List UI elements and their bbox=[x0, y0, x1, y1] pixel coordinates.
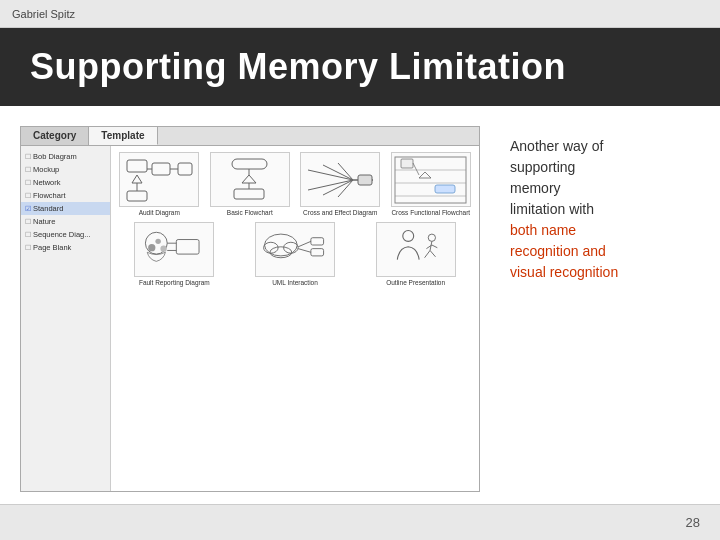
desc-line5: both name bbox=[510, 222, 576, 238]
category-item-bobdiagram[interactable]: Bob Diagram bbox=[21, 150, 110, 163]
svg-marker-26 bbox=[419, 172, 431, 178]
panel-header: Category Template bbox=[21, 127, 479, 146]
template-thumb-cross-functional bbox=[391, 152, 471, 207]
svg-rect-7 bbox=[127, 191, 147, 201]
svg-line-47 bbox=[425, 250, 430, 257]
category-item-pageblank[interactable]: Page Blank bbox=[21, 241, 110, 254]
svg-line-14 bbox=[308, 170, 353, 180]
template-label-cross-effect: Cross and Effect Diagram bbox=[303, 209, 377, 216]
svg-rect-20 bbox=[358, 175, 372, 185]
svg-rect-42 bbox=[311, 237, 324, 244]
svg-line-48 bbox=[430, 250, 435, 256]
content-area: Category Template Bob Diagram Mockup Net… bbox=[0, 106, 720, 502]
title-banner: Supporting Memory Limitation bbox=[0, 28, 720, 106]
author-name: Gabriel Spitz bbox=[12, 8, 75, 20]
svg-point-32 bbox=[160, 245, 166, 251]
desc-line3: memory bbox=[510, 180, 561, 196]
category-item-sequencediagram[interactable]: Sequence Diag... bbox=[21, 228, 110, 241]
template-thumb-cross-effect bbox=[300, 152, 380, 207]
category-item-network[interactable]: Network bbox=[21, 176, 110, 189]
svg-point-31 bbox=[148, 244, 155, 251]
bottom-bar: 28 bbox=[0, 504, 720, 540]
tab-category[interactable]: Category bbox=[21, 127, 89, 145]
templates-area: Audit Diagram Basic Flow bbox=[111, 146, 479, 491]
category-item-nature[interactable]: Nature bbox=[21, 215, 110, 228]
svg-line-27 bbox=[413, 163, 419, 175]
svg-rect-2 bbox=[152, 163, 170, 175]
tab-template[interactable]: Template bbox=[89, 127, 157, 145]
top-bar: Gabriel Spitz bbox=[0, 0, 720, 28]
template-row1: Audit Diagram Basic Flow bbox=[117, 152, 473, 216]
description-text: Another way of supporting memory limitat… bbox=[510, 136, 700, 283]
svg-line-16 bbox=[323, 165, 353, 180]
svg-rect-35 bbox=[176, 239, 199, 254]
template-label-outline: Outline Presentation bbox=[386, 279, 445, 286]
template-label-uml: UML Interaction bbox=[272, 279, 318, 286]
svg-rect-25 bbox=[401, 159, 413, 168]
svg-point-44 bbox=[403, 230, 414, 241]
svg-line-15 bbox=[308, 180, 353, 190]
template-thumb-fault bbox=[134, 222, 214, 277]
svg-point-30 bbox=[155, 238, 160, 243]
svg-line-40 bbox=[299, 241, 312, 246]
desc-line7: visual recognition bbox=[510, 264, 618, 280]
category-item-flowchart[interactable]: Flowchart bbox=[21, 189, 110, 202]
template-uml-interaction[interactable]: UML Interaction bbox=[238, 222, 353, 286]
svg-rect-28 bbox=[435, 185, 455, 193]
desc-line2: supporting bbox=[510, 159, 575, 175]
template-thumb-audit bbox=[119, 152, 199, 207]
desc-line4: limitation with bbox=[510, 201, 594, 217]
template-thumb-uml bbox=[255, 222, 335, 277]
svg-rect-43 bbox=[311, 248, 324, 255]
svg-point-45 bbox=[428, 234, 435, 241]
template-basic-flowchart[interactable]: Basic Flowchart bbox=[208, 152, 293, 216]
svg-rect-8 bbox=[232, 159, 267, 169]
category-item-mockup[interactable]: Mockup bbox=[21, 163, 110, 176]
template-row2: Fault Reporting Diagram bbox=[117, 222, 473, 286]
template-label-cross-functional: Cross Functional Flowchart bbox=[391, 209, 470, 216]
template-fault-reporting[interactable]: Fault Reporting Diagram bbox=[117, 222, 232, 286]
svg-line-41 bbox=[299, 248, 312, 252]
svg-line-17 bbox=[323, 180, 353, 195]
template-cross-functional[interactable]: Cross Functional Flowchart bbox=[389, 152, 474, 216]
diagram-panel: Category Template Bob Diagram Mockup Net… bbox=[20, 126, 480, 492]
svg-rect-5 bbox=[178, 163, 192, 175]
svg-line-50 bbox=[432, 245, 437, 248]
template-outline-presentation[interactable]: Outline Presentation bbox=[358, 222, 473, 286]
svg-marker-10 bbox=[242, 175, 256, 183]
template-audit-diagram[interactable]: Audit Diagram bbox=[117, 152, 202, 216]
description-panel: Another way of supporting memory limitat… bbox=[500, 126, 700, 492]
desc-line1: Another way of bbox=[510, 138, 603, 154]
template-cross-effect[interactable]: Cross and Effect Diagram bbox=[298, 152, 383, 216]
diagram-body: Bob Diagram Mockup Network Flowchart Sta… bbox=[21, 146, 479, 491]
template-thumb-basic bbox=[210, 152, 290, 207]
slide-title: Supporting Memory Limitation bbox=[30, 46, 690, 88]
template-label-fault: Fault Reporting Diagram bbox=[139, 279, 210, 286]
svg-rect-0 bbox=[127, 160, 147, 172]
svg-marker-1 bbox=[132, 175, 142, 183]
desc-line6: recognition and bbox=[510, 243, 606, 259]
svg-rect-12 bbox=[234, 189, 264, 199]
template-label-audit: Audit Diagram bbox=[139, 209, 180, 216]
page-number: 28 bbox=[686, 515, 700, 530]
template-label-basic: Basic Flowchart bbox=[227, 209, 273, 216]
category-item-standard[interactable]: Standard bbox=[21, 202, 110, 215]
category-sidebar: Bob Diagram Mockup Network Flowchart Sta… bbox=[21, 146, 111, 491]
template-thumb-outline bbox=[376, 222, 456, 277]
